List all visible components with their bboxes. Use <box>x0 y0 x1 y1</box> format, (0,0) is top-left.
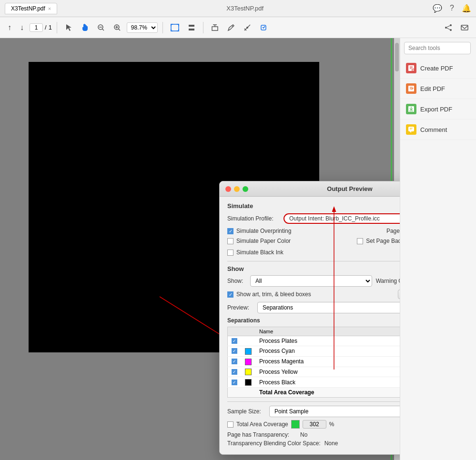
page-current-input[interactable] <box>30 23 43 32</box>
sep-row-total: Total Area Coverage 298% <box>228 388 400 398</box>
top-bar: X3TestNP.pdf × X3TestNP.pdf 💬 ? 🔔 <box>0 0 476 17</box>
show-section-title: Show <box>227 265 244 272</box>
hand-tool-btn[interactable] <box>78 22 91 33</box>
page-separator: / <box>45 24 47 31</box>
page-has-overprint-label: Page has Overprint: <box>386 228 400 234</box>
tab-close-btn[interactable]: × <box>48 6 51 11</box>
notification-icon[interactable]: 🔔 <box>462 4 471 13</box>
svg-rect-9 <box>189 29 194 30</box>
sep-checkbox-cyan[interactable]: ✓ <box>228 346 242 357</box>
tac-label: Total Area Coverage <box>236 421 288 428</box>
art-checkbox-check: ✓ <box>229 292 233 297</box>
page-total: 1 <box>49 24 52 31</box>
toolbar: ↑ ↓ / 1 98.7% 50% 75% 100% 125% 150% <box>0 17 476 38</box>
sep-color-magenta <box>241 356 255 367</box>
simulate-paper-checkbox[interactable] <box>227 238 233 244</box>
window-title: X3TestNP.pdf <box>57 5 433 12</box>
window-close-btn[interactable] <box>225 186 231 192</box>
blending-label: Transparency Blending Color Space: <box>227 440 321 447</box>
set-page-bg-checkbox[interactable] <box>357 238 363 244</box>
svg-line-21 <box>447 26 450 27</box>
sample-size-row: Sample Size: Point Sample 3x3 Average 5x… <box>227 406 400 417</box>
scroll-mode-btn[interactable] <box>185 22 198 33</box>
svg-line-22 <box>447 28 450 30</box>
simulation-profile-label: Simulation Profile: <box>227 215 280 222</box>
email-btn[interactable] <box>458 22 471 33</box>
simulation-profile-select[interactable]: Output Intent: Blurb_ICC_Profile.icc ▼ <box>284 213 400 224</box>
tool-item-create-pdf[interactable]: Create PDF <box>400 58 476 79</box>
zoom-out-btn[interactable] <box>94 22 108 33</box>
share-btn[interactable] <box>442 22 455 33</box>
sep-name-magenta: Process Magenta <box>255 356 400 367</box>
sep-col-color <box>241 327 255 336</box>
stamp-tool-btn[interactable] <box>257 22 270 33</box>
sep-name-cyan: Process Cyan <box>255 346 400 357</box>
transparency-value: No <box>300 431 307 438</box>
sep-checkbox-magenta[interactable]: ✓ <box>228 356 242 367</box>
tac-input[interactable] <box>303 420 326 429</box>
nav-forward-btn[interactable]: ↓ <box>17 21 27 34</box>
help-icon[interactable]: ? <box>450 4 454 13</box>
create-pdf-icon <box>406 63 416 73</box>
comment-label: Comment <box>420 126 447 133</box>
select-tool-btn[interactable] <box>62 22 75 33</box>
sep-checkbox-process-plates[interactable]: ✓ <box>228 336 242 346</box>
sep-row-cyan: ✓ Process Cyan 72% <box>228 346 400 357</box>
svg-rect-23 <box>461 25 468 30</box>
tool-item-edit-pdf[interactable]: Edit PDF <box>400 79 476 99</box>
simulate-overprinting-checkbox[interactable]: ✓ <box>227 228 233 234</box>
tac-checkbox[interactable] <box>227 421 233 428</box>
zoom-in-btn[interactable] <box>111 22 124 33</box>
simulate-section-title: Simulate <box>227 202 400 210</box>
window-maximize-btn[interactable] <box>243 186 248 192</box>
sep-total-color-cell <box>241 388 255 398</box>
set-page-boxes-btn[interactable]: Set Page Boxes <box>398 290 400 299</box>
text-tool-btn[interactable] <box>208 22 222 33</box>
set-page-bg-label: Set Page Background Color <box>366 238 400 244</box>
tool-item-comment[interactable]: Comment <box>400 120 476 140</box>
zoom-select[interactable]: 98.7% 50% 75% 100% 125% 150% <box>127 22 158 33</box>
preview-label: Preview: <box>227 304 253 311</box>
tac-swatch[interactable] <box>291 420 300 429</box>
dialog-body: Simulate Simulation Profile: Output Inte… <box>220 197 400 454</box>
warning-opacity-label: Warning Opacity: <box>376 278 400 284</box>
sep-checkbox-yellow[interactable]: ✓ <box>228 367 242 377</box>
preview-row: Preview: Separations Color Warnings Off <box>227 302 400 313</box>
comment-icon[interactable]: 💬 <box>433 4 442 13</box>
show-select[interactable]: All Spot Colors Process <box>250 275 372 287</box>
fit-page-btn[interactable] <box>168 22 182 33</box>
show-art-row: ✓ Show art, trim, & bleed boxes Set Page… <box>227 290 400 299</box>
svg-rect-28 <box>408 86 414 91</box>
simulate-black-label: Simulate Black Ink <box>236 249 284 256</box>
edit-pdf-label: Edit PDF <box>420 85 445 92</box>
sample-size-select[interactable]: Point Sample 3x3 Average 5x5 Average <box>269 406 400 417</box>
svg-line-4 <box>118 29 120 30</box>
sep-col-checkbox <box>228 327 242 336</box>
pdf-tab[interactable]: X3TestNP.pdf × <box>5 3 57 14</box>
export-pdf-label: Export PDF <box>420 106 452 113</box>
tool-item-export-pdf[interactable]: Export PDF <box>400 99 476 120</box>
blending-row: Transparency Blending Color Space: None <box>227 440 400 447</box>
pdf-scrollbar-thumb <box>395 43 399 71</box>
page-nav: / 1 <box>30 23 52 32</box>
simulation-profile-row: Simulation Profile: Output Intent: Blurb… <box>227 213 400 224</box>
nav-back-btn[interactable]: ↑ <box>5 21 14 34</box>
sep-color-process-plates <box>241 336 255 346</box>
svg-point-20 <box>450 29 452 31</box>
sep-col-name: Name <box>255 327 400 336</box>
window-minimize-btn[interactable] <box>234 186 240 192</box>
show-select-row: Show: All Spot Colors Process Warning Op… <box>227 275 400 287</box>
simulate-overprinting-label: Simulate Overprinting <box>236 228 291 234</box>
create-pdf-label: Create PDF <box>420 65 453 72</box>
show-art-checkbox[interactable]: ✓ <box>227 291 233 298</box>
preview-select[interactable]: Separations Color Warnings Off <box>257 302 400 313</box>
sep-row-process-plates: ✓ Process Plates <box>228 336 400 346</box>
pen-tool-btn[interactable] <box>224 22 238 33</box>
simulate-black-checkbox[interactable] <box>227 250 233 256</box>
sep-checkbox-black[interactable]: ✓ <box>228 377 242 388</box>
svg-point-19 <box>445 27 447 29</box>
search-tools-input[interactable] <box>404 42 471 54</box>
measure-tool-btn[interactable] <box>241 22 254 33</box>
sep-color-cyan <box>241 346 255 357</box>
sep-name-process-plates: Process Plates <box>255 336 400 346</box>
